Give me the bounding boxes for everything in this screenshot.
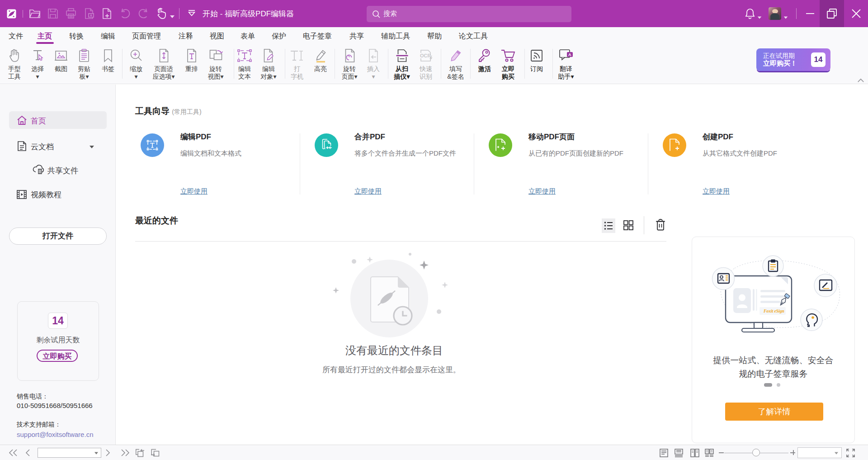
svg-text:OCR: OCR [420,53,431,58]
svg-text:Foxit eSign: Foxit eSign [763,309,784,313]
svg-text:A: A [568,52,571,57]
